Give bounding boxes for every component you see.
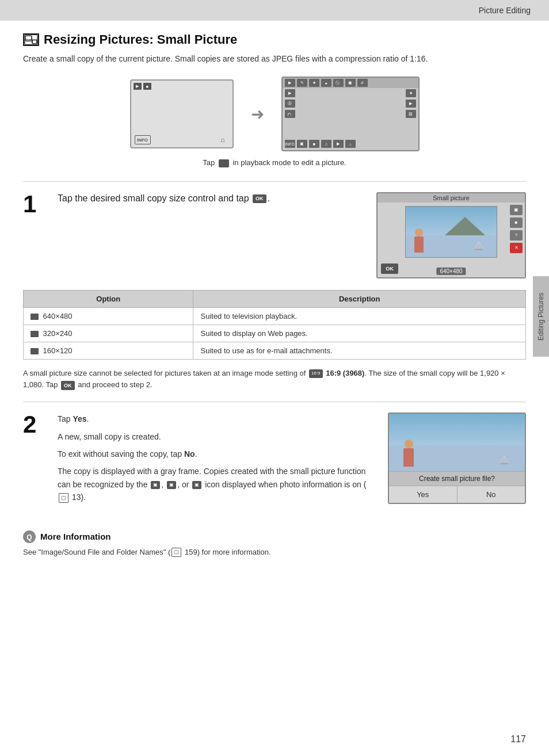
sp-size-label: 640×480 — [436, 268, 466, 275]
info-button-screen: INFO — [135, 135, 151, 144]
page-number: 117 — [510, 734, 526, 744]
right-icon-1: ★ — [406, 89, 416, 97]
small-picture-preview: Small picture 640×480 OK — [376, 192, 526, 278]
sp-ctrl-x[interactable]: ✕ — [510, 243, 523, 253]
desc-640: Suited to television playback. — [193, 307, 526, 324]
small-icon-3: ▣ — [192, 481, 201, 490]
menu-icon-3: ★ — [309, 79, 319, 87]
svg-rect-6 — [475, 249, 483, 250]
divider-2 — [23, 402, 526, 402]
sp-head — [415, 228, 423, 236]
section-icon — [23, 33, 39, 46]
sp-boat — [472, 240, 485, 253]
table-row-2: 320×240 Suited to display on Web pages. — [24, 324, 526, 342]
sp-right-controls: ▣ ■ ? ✕ — [510, 205, 523, 253]
right-camera-screen: ▶ ✎ ★ ● ⃠ ▣ ☌ ▶ Ⓑ ⛫ ★ ▶ ▧ INFO ▣ ■ — [281, 77, 420, 151]
ok-badge-1: OK — [253, 194, 266, 203]
arrow-right: ➜ — [251, 105, 264, 124]
camera-screens-illustration: ▶ ■ INFO ⌂ ➜ ▶ ✎ ★ ● ⃠ ▣ ☌ ▶ Ⓑ ⛫ — [23, 77, 526, 151]
bottom-home: ⌂ — [345, 140, 356, 148]
step2-number: 2 — [23, 413, 46, 437]
dialog-image-area — [389, 414, 525, 471]
svg-rect-1 — [26, 36, 32, 40]
option-160: 160×120 — [24, 342, 193, 359]
desc-160: Suited to use as for e-mail attachments. — [193, 342, 526, 359]
mode-badge: 16:9 — [309, 369, 323, 378]
ref-159: ▢ — [171, 548, 181, 557]
header-title: Picture Editing — [479, 6, 531, 15]
divider-1 — [23, 181, 526, 182]
more-info-section: Q More Information See "Image/Sound File… — [23, 525, 526, 558]
sp-title-bar: Small picture — [378, 193, 525, 203]
right-icon-2: ▶ — [406, 100, 416, 108]
step1-text: Tap the desired small copy size control … — [58, 192, 365, 205]
more-info-title: More Information — [40, 532, 111, 541]
small-icon-2: ▣ — [167, 481, 176, 490]
step1-section: 1 Tap the desired small copy size contro… — [23, 192, 526, 278]
step2-text-block: Tap Yes. A new, small copy is created. T… — [58, 413, 374, 508]
dialog-person — [401, 440, 417, 471]
sp-image-area — [405, 206, 497, 258]
menu-icon-6: ▣ — [345, 79, 356, 87]
create-dialog: Create small picture file? Yes No — [388, 413, 526, 504]
small-icon-1: ▣ — [151, 481, 160, 490]
main-content: Resizing Pictures: Small Picture Create … — [0, 21, 549, 575]
left-icon-3: ⛫ — [285, 110, 295, 118]
more-info-title-row: Q More Information — [23, 530, 526, 543]
dialog-yes-button[interactable]: Yes — [389, 486, 458, 503]
dialog-head — [405, 440, 413, 448]
desc-320: Suited to display on Web pages. — [193, 324, 526, 342]
options-table: Option Description 640×480 Suited to tel… — [23, 290, 526, 360]
sp-ctrl-2[interactable]: ■ — [510, 217, 523, 228]
more-info-icon: Q — [23, 530, 36, 543]
option-640: 640×480 — [24, 307, 193, 324]
step2-header-text: Tap Yes. — [58, 413, 374, 425]
page-title-section: Resizing Pictures: Small Picture — [23, 32, 526, 47]
step2-para1: A new, small copy is created. — [58, 430, 374, 443]
page-title: Resizing Pictures: Small Picture — [44, 32, 237, 47]
tap-caption: Tap in playback mode to edit a picture. — [23, 158, 526, 167]
table-row-3: 160×120 Suited to use as for e-mail atta… — [24, 342, 526, 359]
no-bold: No — [184, 449, 195, 459]
step2-section: 2 Tap Yes. A new, small copy is created.… — [23, 413, 526, 508]
left-icon-1: ▶ — [285, 89, 295, 97]
bottom-icon-1: ▣ — [297, 140, 307, 148]
left-icon-2: Ⓑ — [285, 100, 295, 108]
left-camera-screen: ▶ ■ INFO ⌂ — [130, 79, 234, 148]
menu-right-icons: ★ ▶ ▧ — [406, 89, 416, 118]
step2-para3: The copy is displayed with a gray frame.… — [58, 465, 374, 503]
svg-rect-9 — [500, 463, 508, 464]
camera-icon: ▶ — [134, 83, 142, 90]
note-text: A small picture size cannot be selected … — [23, 368, 526, 392]
ok-badge-note: OK — [61, 381, 75, 390]
bold-mode: 16:9 (3968) — [326, 369, 364, 377]
option-icon-640 — [30, 314, 39, 320]
dialog-boat — [498, 455, 510, 467]
bottom-icon-2: ■ — [309, 140, 319, 148]
playback-icon: ■ — [143, 83, 151, 90]
yes-bold: Yes — [73, 414, 86, 423]
sp-ok-button[interactable]: OK — [381, 264, 398, 274]
more-info-text: See "Image/Sound File and Folder Names" … — [23, 547, 526, 558]
col-description-header: Description — [193, 290, 526, 307]
col-option-header: Option — [24, 290, 193, 307]
dialog-no-button[interactable]: No — [458, 486, 525, 503]
dialog-buttons: Yes No — [389, 486, 525, 503]
right-icon-3: ▧ — [406, 110, 416, 118]
step2-body: Tap Yes. A new, small copy is created. T… — [58, 413, 526, 508]
menu-left-icons: ▶ Ⓑ ⛫ — [285, 89, 295, 118]
menu-icon-4: ● — [321, 79, 331, 87]
step1-number: 1 — [23, 192, 46, 216]
sp-mountain — [445, 217, 485, 235]
svg-rect-2 — [32, 40, 37, 44]
home-button-screen: ⌂ — [216, 135, 229, 144]
option-icon-160 — [30, 348, 39, 354]
sp-ctrl-3[interactable]: ? — [510, 230, 523, 240]
sp-ctrl-1[interactable]: ▣ — [510, 205, 523, 215]
menu-icon-1: ▶ — [285, 79, 295, 87]
sp-person — [411, 228, 426, 257]
bottom-icon-4: ▶ — [333, 140, 344, 148]
step2-para2: To exit without saving the copy, tap No. — [58, 448, 374, 460]
bottom-info: INFO — [285, 140, 295, 148]
step1-content: Tap the desired small copy size control … — [58, 192, 365, 208]
